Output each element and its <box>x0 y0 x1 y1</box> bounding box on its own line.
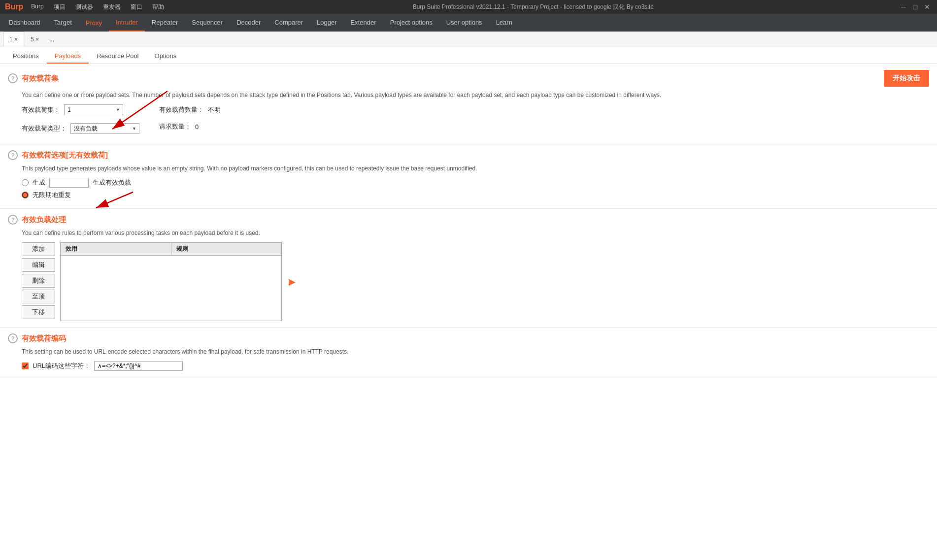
url-encode-checkbox[interactable] <box>22 362 29 369</box>
down-rule-button[interactable]: 下移 <box>22 305 55 319</box>
payload-encoding-section: ? 有效载荷编码 This setting can be used to URL… <box>0 328 937 377</box>
edit-rule-button[interactable]: 编辑 <box>22 258 55 272</box>
sec-tab-options[interactable]: Options <box>147 49 185 64</box>
payload-processing-title: 有效负载处理 <box>22 215 66 225</box>
generate-suffix: 生成有效负载 <box>93 178 131 187</box>
maximize-button[interactable]: □ <box>910 2 920 12</box>
sec-tab-payloads[interactable]: Payloads <box>47 49 89 64</box>
menu-resender[interactable]: 重发器 <box>99 2 125 12</box>
payload-sets-title: 有效载荷集 <box>22 74 59 83</box>
payload-options-section: ? 有效载荷选项[无有效载荷] This payload type genera… <box>0 144 937 209</box>
payload-count-row: 有效载荷数量： 不明 <box>159 105 221 114</box>
payload-processing-title-row: ? 有效负载处理 <box>8 215 66 225</box>
nav-tab-comparer[interactable]: Comparer <box>268 14 310 32</box>
infinite-label: 无限期地重复 <box>33 191 71 199</box>
nav-tab-repeater[interactable]: Repeater <box>145 14 185 32</box>
request-count-row: 请求数量： 0 <box>159 122 221 131</box>
payload-set-select[interactable]: 1 2 3 <box>64 104 123 115</box>
rules-table-body <box>61 256 281 320</box>
request-count-value: 0 <box>195 123 199 131</box>
payload-options-header: ? 有效载荷选项[无有效载荷] <box>8 150 929 160</box>
payload-type-label: 有效载荷类型： <box>22 124 67 133</box>
payload-sets-section: ? 有效载荷集 开始攻击 You can define one or more … <box>0 64 937 144</box>
add-rule-button[interactable]: 添加 <box>22 242 55 256</box>
generate-radio[interactable] <box>22 179 29 186</box>
payload-options-title-row: ? 有效载荷选项[无有效载荷] <box>8 150 108 160</box>
payload-options-desc: This payload type generates payloads who… <box>8 164 929 173</box>
table-action-buttons: 添加 编辑 删除 至顶 下移 <box>22 242 55 319</box>
generate-radio-row: 生成 生成有效负载 <box>8 178 929 188</box>
content-area: ? 有效载荷集 开始攻击 You can define one or more … <box>0 64 937 560</box>
sec-tab-resource-pool[interactable]: Resource Pool <box>89 49 146 64</box>
payload-encoding-title-row: ? 有效载荷编码 <box>8 333 66 343</box>
title-bar: Burp Burp 项目 测试器 重发器 窗口 帮助 Burp Suite Pr… <box>0 0 937 14</box>
generate-count-input[interactable] <box>49 178 89 188</box>
sec-tab-positions[interactable]: Positions <box>5 49 47 64</box>
payload-set-select-wrapper: 1 2 3 <box>64 104 123 115</box>
nav-tab-proxy[interactable]: Proxy <box>79 14 109 32</box>
payload-processing-table-area: 添加 编辑 删除 至顶 下移 效用 规则 ▶ <box>8 242 929 321</box>
table-col-rule: 规则 <box>171 243 282 255</box>
payload-set-label: 有效载荷集： <box>22 105 60 114</box>
sub-tab-more[interactable]: ... <box>45 34 58 45</box>
top-rule-button[interactable]: 至顶 <box>22 290 55 303</box>
payload-processing-help-icon[interactable]: ? <box>8 215 18 225</box>
table-expand-icon[interactable]: ▶ <box>287 274 298 289</box>
nav-tab-target[interactable]: Target <box>47 14 79 32</box>
nav-tab-intruder[interactable]: Intruder <box>109 14 145 32</box>
payload-processing-desc: You can define rules to perform various … <box>8 229 929 237</box>
payload-type-select[interactable]: 没有负载 Simple list Numbers Null payloads <box>70 123 139 134</box>
delete-rule-button[interactable]: 删除 <box>22 274 55 288</box>
nav-tab-learn[interactable]: Learn <box>489 14 519 32</box>
payload-count-label: 有效载荷数量： <box>159 105 204 114</box>
app-logo: Burp <box>5 2 23 11</box>
payload-sets-desc: You can define one or more payload sets.… <box>8 91 929 99</box>
payload-encoding-header: ? 有效载荷编码 <box>8 333 929 343</box>
window-title: Burp Suite Professional v2021.12.1 - Tem… <box>413 3 654 11</box>
nav-tab-logger[interactable]: Logger <box>310 14 343 32</box>
rules-table-header: 效用 规则 <box>61 243 281 256</box>
payload-type-row: 有效载荷类型： 没有负载 Simple list Numbers Null pa… <box>22 123 139 134</box>
payload-set-row: 有效载荷集： 1 2 3 <box>22 104 139 115</box>
payload-sets-title-row: ? 有效载荷集 <box>8 73 59 83</box>
request-count-label: 请求数量： <box>159 122 191 131</box>
menu-burp[interactable]: Burp <box>27 2 47 12</box>
menu-window[interactable]: 窗口 <box>127 2 146 12</box>
menu-project[interactable]: 项目 <box>50 2 69 12</box>
payload-encoding-desc: This setting can be used to URL-encode s… <box>8 347 929 356</box>
sub-tab-1[interactable]: 1 × <box>3 32 24 47</box>
payload-sets-header: ? 有效载荷集 开始攻击 <box>8 70 929 87</box>
table-col-enabled: 效用 <box>61 243 171 255</box>
payload-processing-section: ? 有效负载处理 You can define rules to perform… <box>0 209 937 328</box>
window-controls: ─ □ ✕ <box>899 2 932 12</box>
menu-help[interactable]: 帮助 <box>148 2 168 12</box>
payload-type-select-wrapper: 没有负载 Simple list Numbers Null payloads <box>70 123 139 134</box>
nav-tab-extender[interactable]: Extender <box>344 14 383 32</box>
payload-options-title: 有效载荷选项[无有效载荷] <box>22 151 108 160</box>
nav-tab-user-options[interactable]: User options <box>439 14 489 32</box>
close-button[interactable]: ✕ <box>922 2 932 12</box>
payload-count-value: 不明 <box>208 105 221 114</box>
menu-tester[interactable]: 测试器 <box>71 2 97 12</box>
url-encode-row: URL编码这些字符： <box>8 361 929 371</box>
main-nav: Dashboard Target Proxy Intruder Repeater… <box>0 14 937 32</box>
generate-label: 生成 <box>33 178 45 187</box>
payload-encoding-help-icon[interactable]: ? <box>8 333 18 343</box>
sub-tabs-row: 1 × 5 × ... <box>0 32 937 47</box>
url-encode-label: URL编码这些字符： <box>33 362 90 370</box>
payload-encoding-title: 有效载荷编码 <box>22 334 66 343</box>
payload-sets-help-icon[interactable]: ? <box>8 73 18 83</box>
nav-tab-dashboard[interactable]: Dashboard <box>2 14 47 32</box>
payload-options-help-icon[interactable]: ? <box>8 150 18 160</box>
url-encode-chars-input[interactable] <box>94 361 183 371</box>
nav-tab-decoder[interactable]: Decoder <box>230 14 268 32</box>
payload-processing-header: ? 有效负载处理 <box>8 215 929 225</box>
minimize-button[interactable]: ─ <box>899 2 908 12</box>
infinite-radio[interactable] <box>22 192 29 198</box>
nav-tab-project-options[interactable]: Project options <box>383 14 439 32</box>
rules-table: 效用 规则 <box>60 242 282 321</box>
sub-tab-5[interactable]: 5 × <box>24 32 45 47</box>
nav-tab-sequencer[interactable]: Sequencer <box>185 14 230 32</box>
title-bar-menus: Burp 项目 测试器 重发器 窗口 帮助 <box>27 2 167 12</box>
start-attack-button[interactable]: 开始攻击 <box>884 70 929 87</box>
